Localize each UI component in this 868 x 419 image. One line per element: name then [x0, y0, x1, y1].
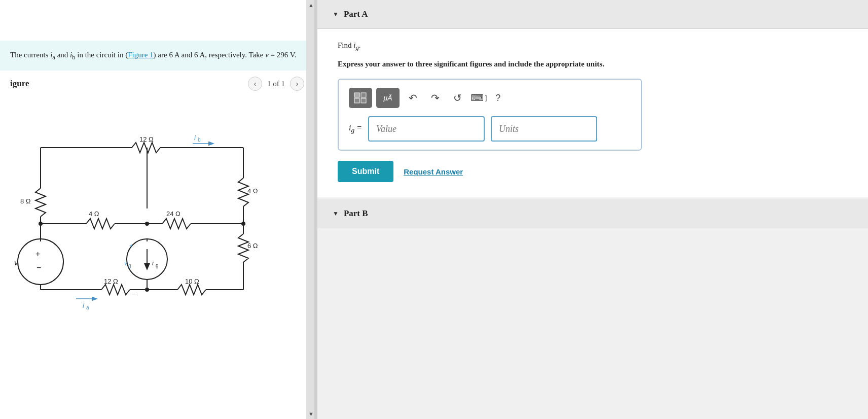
- reset-button[interactable]: ↺: [448, 89, 466, 107]
- svg-text:−: −: [37, 263, 41, 272]
- svg-text:g: g: [156, 263, 159, 268]
- svg-text:i: i: [152, 259, 154, 267]
- figure-header: igure ‹ 1 of 1 ›: [0, 71, 314, 97]
- part-a-header[interactable]: ▼ Part A: [317, 0, 868, 29]
- figure-nav: ‹ 1 of 1 ›: [248, 77, 304, 91]
- next-figure-button[interactable]: ›: [290, 77, 304, 91]
- part-b-title: Part B: [344, 208, 368, 219]
- circuit-diagram: + − + 12 Ω: [10, 102, 274, 315]
- instruction-text: Express your answer to three significant…: [338, 60, 848, 68]
- svg-point-52: [39, 222, 43, 226]
- figure-link[interactable]: Figure 1: [128, 51, 153, 59]
- svg-text:a: a: [86, 305, 89, 310]
- svg-text:b: b: [198, 137, 201, 143]
- svg-rect-56: [354, 93, 359, 97]
- svg-text:4 Ω: 4 Ω: [89, 210, 99, 218]
- svg-rect-58: [354, 98, 359, 103]
- figure-title: igure: [10, 79, 29, 89]
- part-a-section: ▼ Part A Find ig. Express your answer to…: [317, 0, 868, 197]
- svg-rect-59: [361, 98, 366, 103]
- help-button[interactable]: ?: [491, 91, 505, 105]
- svg-text:−: −: [132, 291, 136, 299]
- circuit-container: + − + 12 Ω: [0, 97, 314, 419]
- svg-text:24 Ω: 24 Ω: [166, 210, 180, 218]
- svg-text:+: +: [129, 242, 133, 250]
- submit-button[interactable]: Submit: [338, 161, 393, 182]
- svg-text:+: +: [35, 250, 40, 258]
- value-input[interactable]: [368, 116, 485, 142]
- left-panel: ▲ ▼ The currents ia and ib in the circui…: [0, 0, 314, 419]
- svg-text:12 Ω: 12 Ω: [139, 135, 154, 143]
- svg-text:i: i: [194, 134, 196, 142]
- part-a-title: Part A: [344, 9, 368, 19]
- input-row: ig =: [349, 116, 631, 142]
- page-indicator: 1 of 1: [267, 80, 285, 88]
- svg-text:12 Ω: 12 Ω: [104, 277, 118, 285]
- units-input[interactable]: [491, 116, 597, 142]
- right-panel: ▼ Part A Find ig. Express your answer to…: [317, 0, 868, 419]
- prev-figure-button[interactable]: ‹: [248, 77, 262, 91]
- part-b-header[interactable]: ▼ Part B: [317, 199, 868, 228]
- svg-point-54: [241, 222, 245, 226]
- svg-point-53: [145, 222, 149, 226]
- svg-text:10 Ω: 10 Ω: [185, 277, 199, 285]
- problem-text: The currents ia and ib in the circuit in…: [0, 41, 314, 71]
- part-a-collapse-icon: ▼: [333, 11, 339, 18]
- svg-text:8 Ω: 8 Ω: [20, 197, 31, 205]
- answer-box: μÅ ↶ ↷ ↺ ⌨] ? ig =: [338, 79, 642, 151]
- part-b-collapse-icon: ▼: [333, 210, 339, 218]
- units-symbol-button[interactable]: μÅ: [376, 88, 400, 108]
- svg-rect-57: [361, 93, 366, 97]
- undo-button[interactable]: ↶: [404, 89, 422, 107]
- svg-text:i: i: [83, 302, 85, 309]
- request-answer-link[interactable]: Request Answer: [404, 167, 463, 176]
- svg-text:6 Ω: 6 Ω: [247, 242, 258, 250]
- keyboard-button[interactable]: ⌨]: [471, 92, 487, 103]
- find-text: Find ig.: [338, 41, 848, 52]
- scroll-up-arrow[interactable]: ▲: [306, 0, 314, 10]
- svg-marker-27: [144, 263, 150, 270]
- ig-label: ig =: [349, 123, 362, 134]
- action-row: Submit Request Answer: [338, 161, 848, 182]
- svg-text:4 Ω: 4 Ω: [247, 187, 258, 195]
- part-b-section: ▼ Part B: [317, 199, 868, 228]
- svg-point-12: [18, 239, 63, 285]
- template-button[interactable]: [349, 88, 372, 108]
- redo-button[interactable]: ↷: [426, 89, 444, 107]
- part-a-content: Find ig. Express your answer to three si…: [317, 29, 868, 197]
- svg-text:g: g: [128, 263, 131, 268]
- scroll-down-arrow[interactable]: ▼: [306, 409, 314, 419]
- answer-toolbar: μÅ ↶ ↷ ↺ ⌨] ?: [349, 88, 631, 108]
- svg-point-55: [145, 288, 149, 292]
